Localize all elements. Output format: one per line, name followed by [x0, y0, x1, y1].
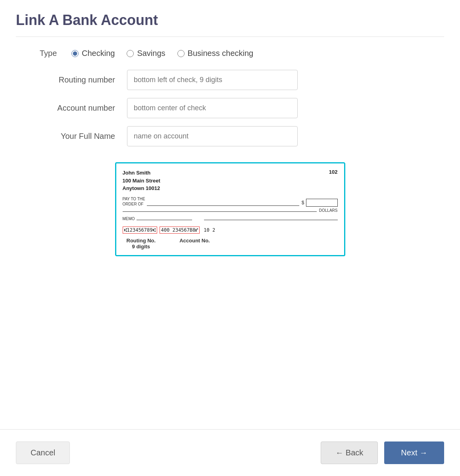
check-pay-row: PAY TO THEORDER OF $	[123, 196, 338, 207]
full-name-input[interactable]	[127, 126, 298, 146]
check-sig-line	[204, 220, 338, 220]
micr-check-num: 10 2	[204, 227, 215, 233]
check-owner-block: John Smith 100 Main Street Anytown 10012	[123, 169, 338, 192]
check-micr-row: ⑆123456789⑆ 400 234567B8⑈ 10 2	[123, 226, 338, 234]
check-dollars-label: DOLLARS	[319, 208, 338, 213]
radio-business-checking[interactable]: Business checking	[177, 49, 254, 58]
nav-buttons: ← Back Next →	[321, 441, 444, 464]
routing-number-label: Routing number	[16, 75, 127, 84]
radio-group: Checking Savings Business checking	[71, 49, 253, 58]
next-button[interactable]: Next →	[384, 441, 444, 464]
check-address1: 100 Main Street	[123, 178, 160, 184]
check-labels-row: Routing No.9 digits Account No.	[123, 238, 338, 250]
account-no-label: Account No.	[179, 238, 210, 244]
account-number-field: Account number	[16, 98, 444, 118]
routing-no-label: Routing No.9 digits	[127, 238, 156, 250]
check-memo-label: MEMO	[123, 217, 135, 221]
radio-savings-input[interactable]	[127, 50, 134, 57]
account-number-input[interactable]	[127, 98, 298, 118]
full-name-field: Your Full Name	[16, 126, 444, 146]
title-divider	[16, 36, 444, 37]
check-amount-box	[306, 199, 338, 207]
type-row: Type Checking Savings Business checking	[16, 49, 444, 58]
micr-routing: ⑆123456789⑆	[123, 226, 157, 234]
check-container: 102 John Smith 100 Main Street Anytown 1…	[16, 162, 444, 256]
check-dollars-row: DOLLARS	[123, 208, 338, 213]
check-memo-row: MEMO	[123, 217, 338, 221]
check-owner-name: John Smith	[123, 170, 151, 176]
cancel-button[interactable]: Cancel	[16, 441, 70, 464]
account-number-label: Account number	[16, 104, 127, 113]
radio-checking-input[interactable]	[71, 50, 79, 57]
routing-number-field: Routing number	[16, 70, 444, 90]
check-pay-label: PAY TO THEORDER OF	[123, 196, 145, 207]
routing-number-input[interactable]	[127, 70, 298, 90]
check-dollar-box: $	[302, 199, 338, 207]
radio-business-input[interactable]	[177, 50, 185, 57]
micr-account: 400 234567B8⑈	[160, 226, 200, 234]
check-address2: Anytown 10012	[123, 185, 160, 191]
check-memo-line	[137, 220, 192, 220]
check-dollar-sign: $	[302, 200, 304, 205]
check-image: 102 John Smith 100 Main Street Anytown 1…	[115, 162, 345, 256]
radio-business-label: Business checking	[188, 49, 254, 58]
back-button[interactable]: ← Back	[321, 441, 378, 464]
check-number: 102	[329, 169, 338, 175]
radio-checking-label: Checking	[82, 49, 115, 58]
page-title: Link A Bank Account	[16, 12, 444, 29]
radio-savings-label: Savings	[137, 49, 165, 58]
bottom-bar: Cancel ← Back Next →	[0, 429, 460, 476]
full-name-label: Your Full Name	[16, 132, 127, 141]
type-label: Type	[40, 49, 64, 58]
radio-savings[interactable]: Savings	[127, 49, 165, 58]
radio-checking[interactable]: Checking	[71, 49, 115, 58]
check-dollars-line	[123, 211, 317, 212]
check-pay-line	[147, 205, 299, 206]
